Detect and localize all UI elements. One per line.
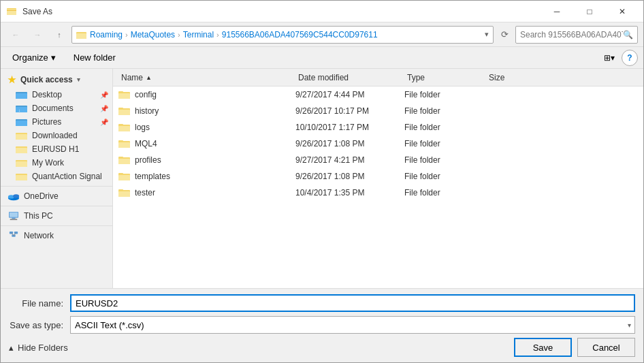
col-header-name[interactable]: Name ▲ <box>118 73 295 82</box>
new-folder-button[interactable]: New folder <box>67 50 122 66</box>
svg-rect-32 <box>118 91 123 93</box>
file-name-cell: logs <box>118 123 295 132</box>
svg-rect-7 <box>16 107 27 112</box>
bottom-area: File name: Save as type: ASCII Text (*.c… <box>1 288 643 362</box>
col-header-date[interactable]: Date modified <box>295 73 404 82</box>
sidebar-item-documents[interactable]: ↓ Documents 📌 <box>1 101 112 115</box>
crumb-metaquotes[interactable]: MetaQuotes <box>131 30 175 40</box>
save-button[interactable]: Save <box>514 338 572 357</box>
file-type-cell: File folder <box>404 188 486 198</box>
svg-rect-42 <box>118 142 130 148</box>
table-row[interactable]: config 9/27/2017 4:44 PM File folder <box>113 86 643 103</box>
star-icon: ★ <box>7 74 16 85</box>
organize-button[interactable]: Organize ▾ <box>6 50 62 66</box>
quick-access-header[interactable]: ★ Quick access ▾ <box>1 72 112 88</box>
col-header-type[interactable]: Type <box>404 73 486 82</box>
col-header-size[interactable]: Size <box>486 73 541 82</box>
svg-rect-3 <box>76 33 86 39</box>
cancel-button[interactable]: Cancel <box>577 338 635 357</box>
row-folder-icon <box>118 123 131 132</box>
close-button[interactable]: ✕ <box>607 1 638 22</box>
sidebar-item-downloaded[interactable]: Downloaded <box>1 129 112 142</box>
sort-arrow-icon: ▲ <box>146 74 152 81</box>
file-date-cell: 9/26/2017 1:08 PM <box>295 139 404 148</box>
sidebar-item-thispc[interactable]: This PC <box>1 209 112 223</box>
row-folder-icon <box>118 172 131 181</box>
hide-folders-toggle[interactable]: ▴ Hide Folders <box>9 343 68 353</box>
downloaded-folder-icon <box>16 131 28 140</box>
title-bar: Save As ─ □ ✕ <box>1 1 643 22</box>
file-date-cell: 10/4/2017 1:35 PM <box>295 188 404 198</box>
file-type-cell: File folder <box>404 106 486 116</box>
sidebar: ★ Quick access ▾ Desktop 📌 <box>1 69 113 288</box>
network-icon <box>7 231 20 240</box>
address-toolbar: ← → ↑ Roaming › MetaQuotes › Terminal › … <box>1 22 643 47</box>
file-date-cell: 9/27/2017 4:44 PM <box>295 90 404 99</box>
sidebar-item-eurusd[interactable]: EURUSD H1 <box>1 142 112 156</box>
desktop-label: Desktop <box>32 90 62 99</box>
organize-toolbar: Organize ▾ New folder ⊞ ▾ ? <box>1 47 643 69</box>
sidebar-item-mywork[interactable]: My Work <box>1 156 112 170</box>
svg-rect-10 <box>16 121 27 126</box>
quantaction-label: QuantAction Signal <box>32 172 102 181</box>
row-folder-icon <box>118 155 131 165</box>
crumb-roaming[interactable]: Roaming <box>90 30 123 40</box>
address-chevron-icon[interactable]: ▾ <box>485 30 489 39</box>
search-icon: 🔍 <box>623 30 633 40</box>
file-date-cell: 9/26/2017 10:17 PM <box>295 106 404 116</box>
sidebar-item-pictures[interactable]: Pictures 📌 <box>1 115 112 129</box>
savetype-label: Save as type: <box>9 320 70 330</box>
sidebar-item-desktop[interactable]: Desktop 📌 <box>1 88 112 101</box>
file-area: Name ▲ Date modified Type Size <box>113 69 643 288</box>
minimize-button[interactable]: ─ <box>541 1 573 22</box>
table-row[interactable]: tester 10/4/2017 1:35 PM File folder <box>113 185 643 201</box>
svg-rect-39 <box>118 126 130 131</box>
file-date-cell: 10/10/2017 1:17 PM <box>295 123 404 132</box>
forward-button[interactable]: → <box>28 27 47 43</box>
sidebar-item-network[interactable]: Network <box>1 229 112 242</box>
table-row[interactable]: MQL4 9/26/2017 1:08 PM File folder <box>113 136 643 152</box>
refresh-button[interactable]: ⟳ <box>496 26 513 44</box>
view-button[interactable]: ⊞ ▾ <box>600 50 619 66</box>
file-type-cell: File folder <box>404 139 486 148</box>
crumb-id[interactable]: 915566BA06ADA407569C544CC0D97611 <box>222 30 378 40</box>
desktop-pin-icon: 📌 <box>100 91 108 99</box>
crumb-terminal[interactable]: Terminal <box>183 30 214 40</box>
svg-rect-50 <box>118 189 123 191</box>
table-row[interactable]: profiles 9/27/2017 4:21 PM File folder <box>113 152 643 168</box>
file-date-cell: 9/26/2017 1:08 PM <box>295 172 404 181</box>
onedrive-icon <box>7 191 20 201</box>
svg-point-21 <box>13 194 19 198</box>
file-name-cell: history <box>118 106 295 116</box>
up-button[interactable]: ↑ <box>50 27 69 43</box>
svg-rect-44 <box>118 157 123 159</box>
sidebar-item-onedrive[interactable]: OneDrive <box>1 189 112 203</box>
sidebar-item-quantaction[interactable]: QuantAction Signal <box>1 170 112 183</box>
svg-rect-5 <box>16 93 27 99</box>
network-label: Network <box>24 231 54 240</box>
quick-access-chevron: ▾ <box>77 76 80 83</box>
svg-rect-18 <box>16 175 27 180</box>
search-box[interactable]: 🔍 <box>515 26 638 44</box>
help-button[interactable]: ? <box>622 50 638 66</box>
sidebar-divider-2 <box>1 206 112 206</box>
file-date-cell: 9/27/2017 4:21 PM <box>295 155 404 165</box>
filename-input[interactable] <box>70 294 635 312</box>
pictures-folder-icon <box>16 117 28 127</box>
address-bar[interactable]: Roaming › MetaQuotes › Terminal › 915566… <box>71 26 494 44</box>
pictures-pin-icon: 📌 <box>100 119 108 126</box>
mywork-label: My Work <box>32 158 64 168</box>
table-row[interactable]: logs 10/10/2017 1:17 PM File folder <box>113 119 643 136</box>
quick-access-label: Quick access <box>20 75 73 84</box>
back-button[interactable]: ← <box>6 27 25 43</box>
maximize-button[interactable]: □ <box>574 1 605 22</box>
hide-folders-chevron-icon: ▴ <box>9 343 14 353</box>
table-row[interactable]: templates 9/26/2017 1:08 PM File folder <box>113 168 643 185</box>
folder-address-icon <box>76 30 87 40</box>
svg-rect-33 <box>118 93 130 99</box>
search-input[interactable] <box>520 30 623 40</box>
table-row[interactable]: history 9/26/2017 10:17 PM File folder <box>113 103 643 119</box>
savetype-select[interactable]: ASCII Text (*.csv) <box>70 316 635 334</box>
file-name-cell: templates <box>118 172 295 181</box>
sidebar-divider-3 <box>1 225 112 226</box>
